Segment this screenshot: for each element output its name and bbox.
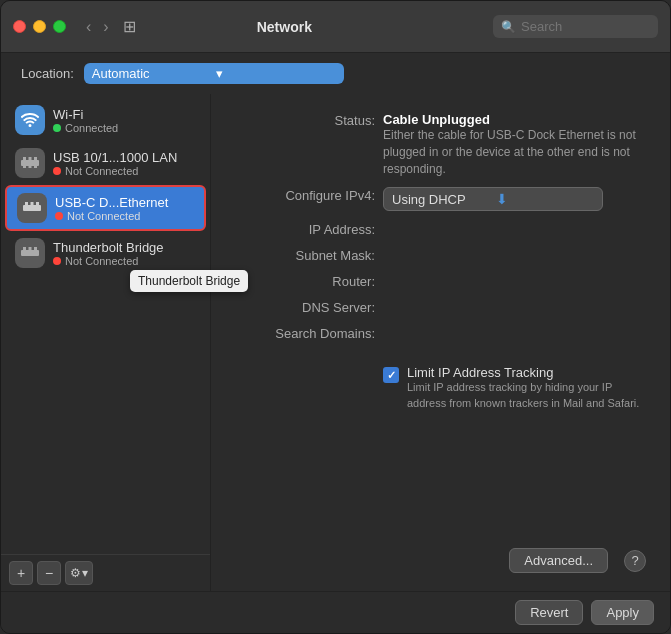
- maximize-button[interactable]: [53, 20, 66, 33]
- network-window: ‹ › ⊞ Network 🔍 Location: Automatic ▾: [0, 0, 671, 634]
- configure-label: Configure IPv4:: [235, 187, 375, 203]
- advanced-button[interactable]: Advanced...: [509, 548, 608, 573]
- window-title: Network: [76, 19, 493, 35]
- limit-ip-label: Limit IP Address Tracking: [407, 365, 646, 380]
- wifi-icon: [15, 105, 45, 135]
- titlebar: ‹ › ⊞ Network 🔍: [1, 1, 670, 53]
- detail-spacer: [235, 421, 646, 528]
- svg-rect-7: [36, 202, 39, 206]
- eth-icon-2: [17, 193, 47, 223]
- search-input[interactable]: [521, 19, 651, 34]
- remove-button[interactable]: −: [37, 561, 61, 585]
- search-box[interactable]: 🔍: [493, 15, 658, 38]
- sidebar-item-wifi[interactable]: Wi-Fi Connected: [5, 99, 206, 141]
- chevron-down-icon: ▾: [216, 66, 336, 81]
- usb10-name: USB 10/1...1000 LAN: [53, 150, 177, 165]
- sidebar-bottom: + − ⚙ ▾: [1, 554, 210, 591]
- revert-button[interactable]: Revert: [515, 600, 583, 625]
- usb10-status: Not Connected: [53, 165, 177, 177]
- svg-rect-11: [34, 247, 37, 251]
- configure-select[interactable]: Using DHCP ⬇: [383, 187, 603, 211]
- red-dot-3: [53, 257, 61, 265]
- gear-button[interactable]: ⚙ ▾: [65, 561, 93, 585]
- wifi-info: Wi-Fi Connected: [53, 107, 118, 134]
- limit-ip-row: Limit IP Address Tracking Limit IP addre…: [235, 361, 646, 411]
- thunderbolt-name: Thunderbolt Bridge: [53, 240, 164, 255]
- status-description: Either the cable for USB-C Dock Ethernet…: [383, 127, 646, 177]
- minimize-button[interactable]: [33, 20, 46, 33]
- apply-button[interactable]: Apply: [591, 600, 654, 625]
- usbc-info: USB-C D...Ethernet Not Connected: [55, 195, 168, 222]
- limit-ip-checkbox[interactable]: [383, 367, 399, 383]
- status-row: Status: Cable Unplugged Either the cable…: [235, 112, 646, 177]
- wifi-status: Connected: [53, 122, 118, 134]
- configure-chevron-icon: ⬇: [496, 191, 595, 207]
- limit-ip-spacer: [235, 361, 375, 362]
- usbc-status: Not Connected: [55, 210, 168, 222]
- limit-ip-checkbox-row: Limit IP Address Tracking Limit IP addre…: [383, 365, 646, 411]
- ip-label: IP Address:: [235, 221, 375, 237]
- router-label: Router:: [235, 273, 375, 289]
- usbc-name: USB-C D...Ethernet: [55, 195, 168, 210]
- sidebar: Wi-Fi Connected: [1, 94, 211, 591]
- svg-rect-9: [23, 247, 26, 251]
- limit-ip-labels: Limit IP Address Tracking Limit IP addre…: [407, 365, 646, 411]
- subnet-row: Subnet Mask:: [235, 247, 646, 263]
- location-label: Location:: [21, 66, 74, 81]
- help-button[interactable]: ?: [624, 550, 646, 572]
- svg-rect-10: [29, 247, 32, 251]
- wifi-name: Wi-Fi: [53, 107, 118, 122]
- red-dot-2: [55, 212, 63, 220]
- svg-rect-2: [29, 157, 32, 161]
- thunderbolt-info: Thunderbolt Bridge Not Connected: [53, 240, 164, 267]
- sidebar-item-usb10[interactable]: USB 10/1...1000 LAN Not Connected: [5, 142, 206, 184]
- detail-panel: Status: Cable Unplugged Either the cable…: [211, 94, 670, 591]
- search-domains-row: Search Domains:: [235, 325, 646, 341]
- red-dot-1: [53, 167, 61, 175]
- dns-row: DNS Server:: [235, 299, 646, 315]
- configure-row: Configure IPv4: Using DHCP ⬇: [235, 187, 646, 211]
- location-select[interactable]: Automatic ▾: [84, 63, 344, 84]
- action-right: Revert Apply: [515, 600, 654, 625]
- limit-ip-description: Limit IP address tracking by hiding your…: [407, 380, 646, 411]
- usb10-info: USB 10/1...1000 LAN Not Connected: [53, 150, 177, 177]
- close-button[interactable]: [13, 20, 26, 33]
- dns-label: DNS Server:: [235, 299, 375, 315]
- svg-rect-3: [34, 157, 37, 161]
- sidebar-list: Wi-Fi Connected: [1, 94, 210, 554]
- subnet-label: Subnet Mask:: [235, 247, 375, 263]
- sidebar-item-thunderbolt[interactable]: Thunderbolt Bridge Not Connected: [5, 232, 206, 274]
- status-value: Cable Unplugged: [383, 112, 646, 127]
- svg-rect-6: [31, 202, 34, 206]
- search-icon: 🔍: [501, 20, 516, 34]
- gear-icon: ⚙: [70, 566, 81, 580]
- sidebar-item-usbc[interactable]: USB-C D...Ethernet Not Connected: [5, 185, 206, 231]
- thunderbolt-status: Not Connected: [53, 255, 164, 267]
- eth-icon-1: [15, 148, 45, 178]
- svg-rect-5: [25, 202, 28, 206]
- status-label: Status:: [235, 112, 375, 128]
- location-bar: Location: Automatic ▾: [1, 53, 670, 94]
- eth-icon-3: [15, 238, 45, 268]
- green-dot: [53, 124, 61, 132]
- location-value: Automatic: [92, 66, 212, 81]
- traffic-lights: [13, 20, 66, 33]
- detail-panel-bottom: Advanced... ?: [235, 538, 646, 573]
- gear-chevron-icon: ▾: [82, 566, 88, 580]
- search-domains-label: Search Domains:: [235, 325, 375, 341]
- main-content: Wi-Fi Connected: [1, 94, 670, 591]
- add-button[interactable]: +: [9, 561, 33, 585]
- router-row: Router:: [235, 273, 646, 289]
- configure-value: Using DHCP: [392, 192, 491, 207]
- ip-row: IP Address:: [235, 221, 646, 237]
- action-bar: Revert Apply: [1, 591, 670, 633]
- svg-rect-1: [23, 157, 26, 161]
